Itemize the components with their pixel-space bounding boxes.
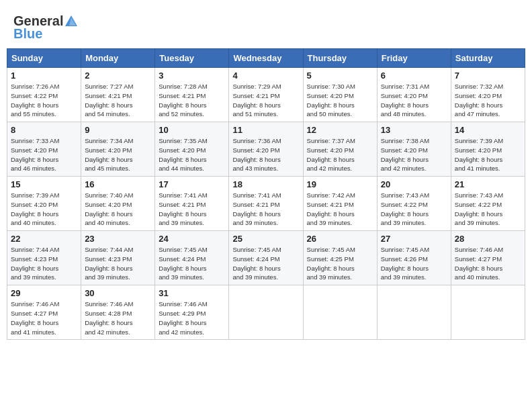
column-header-thursday: Thursday xyxy=(303,49,377,68)
day-info: Sunrise: 7:46 AM Sunset: 4:29 PM Dayligh… xyxy=(159,300,225,336)
day-info: Sunrise: 7:45 AM Sunset: 4:24 PM Dayligh… xyxy=(159,245,225,282)
calendar-cell: 24 Sunrise: 7:45 AM Sunset: 4:24 PM Dayl… xyxy=(155,231,229,285)
calendar-cell: 14 Sunrise: 7:39 AM Sunset: 4:20 PM Dayl… xyxy=(451,122,525,177)
day-number: 9 xyxy=(85,125,151,135)
day-info: Sunrise: 7:44 AM Sunset: 4:23 PM Dayligh… xyxy=(85,245,151,282)
day-number: 22 xyxy=(11,234,77,244)
page-header: General Blue xyxy=(7,7,525,45)
calendar-cell: 3 Sunrise: 7:28 AM Sunset: 4:21 PM Dayli… xyxy=(155,68,229,122)
day-info: Sunrise: 7:43 AM Sunset: 4:22 PM Dayligh… xyxy=(381,191,447,228)
calendar-cell: 21 Sunrise: 7:43 AM Sunset: 4:22 PM Dayl… xyxy=(451,177,525,231)
day-number: 30 xyxy=(85,288,151,298)
day-number: 20 xyxy=(381,179,447,189)
calendar-cell: 16 Sunrise: 7:40 AM Sunset: 4:20 PM Dayl… xyxy=(81,177,155,231)
day-number: 24 xyxy=(159,234,225,244)
day-number: 12 xyxy=(307,125,373,135)
day-number: 17 xyxy=(159,179,225,189)
day-number: 16 xyxy=(85,179,151,189)
day-number: 26 xyxy=(307,234,373,244)
calendar-header-row: SundayMondayTuesdayWednesdayThursdayFrid… xyxy=(7,49,525,68)
calendar-cell: 13 Sunrise: 7:38 AM Sunset: 4:20 PM Dayl… xyxy=(377,122,451,177)
day-number: 1 xyxy=(11,71,77,81)
day-number: 7 xyxy=(455,71,521,81)
day-info: Sunrise: 7:45 AM Sunset: 4:24 PM Dayligh… xyxy=(232,245,299,282)
day-info: Sunrise: 7:46 AM Sunset: 4:27 PM Dayligh… xyxy=(455,245,521,282)
calendar-cell: 11 Sunrise: 7:36 AM Sunset: 4:20 PM Dayl… xyxy=(229,122,303,177)
day-info: Sunrise: 7:33 AM Sunset: 4:20 PM Dayligh… xyxy=(11,136,77,173)
day-info: Sunrise: 7:45 AM Sunset: 4:26 PM Dayligh… xyxy=(381,245,447,282)
day-info: Sunrise: 7:40 AM Sunset: 4:20 PM Dayligh… xyxy=(85,191,151,228)
day-info: Sunrise: 7:35 AM Sunset: 4:20 PM Dayligh… xyxy=(159,136,225,173)
day-info: Sunrise: 7:32 AM Sunset: 4:20 PM Dayligh… xyxy=(455,82,521,119)
calendar-week-row: 29 Sunrise: 7:46 AM Sunset: 4:27 PM Dayl… xyxy=(7,285,525,340)
day-info: Sunrise: 7:46 AM Sunset: 4:27 PM Dayligh… xyxy=(11,300,77,336)
day-number: 19 xyxy=(307,179,373,189)
calendar-week-row: 8 Sunrise: 7:33 AM Sunset: 4:20 PM Dayli… xyxy=(7,122,525,177)
calendar-cell xyxy=(451,285,525,340)
calendar-cell: 22 Sunrise: 7:44 AM Sunset: 4:23 PM Dayl… xyxy=(7,231,81,285)
column-header-sunday: Sunday xyxy=(7,49,81,68)
day-info: Sunrise: 7:30 AM Sunset: 4:20 PM Dayligh… xyxy=(307,82,373,119)
day-number: 31 xyxy=(159,288,225,298)
calendar-week-row: 1 Sunrise: 7:26 AM Sunset: 4:22 PM Dayli… xyxy=(7,68,525,122)
calendar-cell: 18 Sunrise: 7:41 AM Sunset: 4:21 PM Dayl… xyxy=(229,177,303,231)
calendar-cell: 17 Sunrise: 7:41 AM Sunset: 4:21 PM Dayl… xyxy=(155,177,229,231)
calendar-cell: 5 Sunrise: 7:30 AM Sunset: 4:20 PM Dayli… xyxy=(303,68,377,122)
day-info: Sunrise: 7:38 AM Sunset: 4:20 PM Dayligh… xyxy=(381,136,447,173)
day-info: Sunrise: 7:41 AM Sunset: 4:21 PM Dayligh… xyxy=(159,191,225,228)
day-info: Sunrise: 7:39 AM Sunset: 4:20 PM Dayligh… xyxy=(11,191,77,228)
day-number: 23 xyxy=(85,234,151,244)
calendar-cell: 10 Sunrise: 7:35 AM Sunset: 4:20 PM Dayl… xyxy=(155,122,229,177)
day-number: 10 xyxy=(159,125,225,135)
day-info: Sunrise: 7:44 AM Sunset: 4:23 PM Dayligh… xyxy=(11,245,77,282)
day-info: Sunrise: 7:31 AM Sunset: 4:20 PM Dayligh… xyxy=(381,82,447,119)
day-number: 18 xyxy=(232,179,299,189)
day-number: 3 xyxy=(159,71,225,81)
column-header-tuesday: Tuesday xyxy=(155,49,229,68)
day-number: 8 xyxy=(11,125,77,135)
logo-text: General Blue xyxy=(13,13,79,42)
day-number: 21 xyxy=(455,179,521,189)
day-number: 5 xyxy=(307,71,373,81)
day-number: 6 xyxy=(381,71,447,81)
day-info: Sunrise: 7:45 AM Sunset: 4:25 PM Dayligh… xyxy=(307,245,373,282)
day-info: Sunrise: 7:27 AM Sunset: 4:21 PM Dayligh… xyxy=(85,82,151,119)
calendar-cell: 1 Sunrise: 7:26 AM Sunset: 4:22 PM Dayli… xyxy=(7,68,81,122)
calendar-week-row: 15 Sunrise: 7:39 AM Sunset: 4:20 PM Dayl… xyxy=(7,177,525,231)
day-number: 4 xyxy=(232,71,299,81)
calendar-table: SundayMondayTuesdayWednesdayThursdayFrid… xyxy=(7,48,525,340)
day-info: Sunrise: 7:28 AM Sunset: 4:21 PM Dayligh… xyxy=(159,82,225,119)
column-header-friday: Friday xyxy=(377,49,451,68)
calendar-cell: 4 Sunrise: 7:29 AM Sunset: 4:21 PM Dayli… xyxy=(229,68,303,122)
calendar-cell: 19 Sunrise: 7:42 AM Sunset: 4:21 PM Dayl… xyxy=(303,177,377,231)
day-number: 14 xyxy=(455,125,521,135)
logo-icon xyxy=(64,14,79,29)
day-number: 13 xyxy=(381,125,447,135)
column-header-saturday: Saturday xyxy=(451,49,525,68)
day-number: 28 xyxy=(455,234,521,244)
calendar-cell: 12 Sunrise: 7:37 AM Sunset: 4:20 PM Dayl… xyxy=(303,122,377,177)
calendar-cell: 31 Sunrise: 7:46 AM Sunset: 4:29 PM Dayl… xyxy=(155,285,229,340)
calendar-cell: 26 Sunrise: 7:45 AM Sunset: 4:25 PM Dayl… xyxy=(303,231,377,285)
calendar-cell: 29 Sunrise: 7:46 AM Sunset: 4:27 PM Dayl… xyxy=(7,285,81,340)
calendar-cell xyxy=(377,285,451,340)
calendar-cell: 25 Sunrise: 7:45 AM Sunset: 4:24 PM Dayl… xyxy=(229,231,303,285)
day-info: Sunrise: 7:36 AM Sunset: 4:20 PM Dayligh… xyxy=(232,136,299,173)
day-number: 11 xyxy=(232,125,299,135)
column-header-monday: Monday xyxy=(81,49,155,68)
day-number: 15 xyxy=(11,179,77,189)
day-info: Sunrise: 7:46 AM Sunset: 4:28 PM Dayligh… xyxy=(85,300,151,336)
day-info: Sunrise: 7:43 AM Sunset: 4:22 PM Dayligh… xyxy=(455,191,521,228)
logo: General Blue xyxy=(13,13,79,42)
day-info: Sunrise: 7:29 AM Sunset: 4:21 PM Dayligh… xyxy=(232,82,299,119)
calendar-cell: 28 Sunrise: 7:46 AM Sunset: 4:27 PM Dayl… xyxy=(451,231,525,285)
day-info: Sunrise: 7:39 AM Sunset: 4:20 PM Dayligh… xyxy=(455,136,521,173)
day-info: Sunrise: 7:34 AM Sunset: 4:20 PM Dayligh… xyxy=(85,136,151,173)
calendar-cell: 15 Sunrise: 7:39 AM Sunset: 4:20 PM Dayl… xyxy=(7,177,81,231)
calendar-cell: 9 Sunrise: 7:34 AM Sunset: 4:20 PM Dayli… xyxy=(81,122,155,177)
day-number: 29 xyxy=(11,288,77,298)
calendar-cell: 30 Sunrise: 7:46 AM Sunset: 4:28 PM Dayl… xyxy=(81,285,155,340)
column-header-wednesday: Wednesday xyxy=(229,49,303,68)
calendar-cell xyxy=(229,285,303,340)
calendar-cell: 8 Sunrise: 7:33 AM Sunset: 4:20 PM Dayli… xyxy=(7,122,81,177)
